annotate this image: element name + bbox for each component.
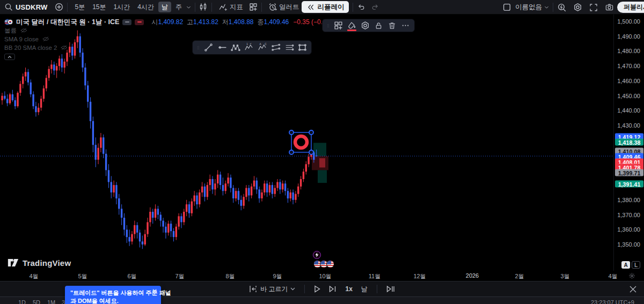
replay-play-button[interactable] (310, 283, 324, 295)
ohlc-item: 시1,409.82 (151, 18, 183, 27)
symbol-title[interactable]: 미국 달러 / 대한민국 원 · 1날 · ICE (16, 18, 119, 27)
us-flag-event-icon[interactable] (326, 260, 334, 268)
market-status-badge[interactable] (122, 19, 131, 25)
replay-jump-to-end-button[interactable] (383, 283, 399, 295)
toast-close-icon[interactable]: ✕ (152, 288, 157, 294)
interval-button-15분[interactable]: 15분 (89, 2, 109, 12)
indicators-icon (218, 3, 228, 11)
toast-text-line2: 과 DOM을 여세요. (70, 297, 156, 304)
settings-gear-icon[interactable] (573, 3, 582, 12)
replay-close-icon[interactable] (628, 284, 638, 294)
auto-scale-button[interactable]: A (621, 261, 630, 269)
price-scale[interactable]: 1,500.001,490.001,480.001,470.001,460.00… (613, 14, 644, 271)
interval-button-주[interactable]: 주 (172, 2, 185, 12)
time-tick: 7월 (175, 272, 184, 280)
time-tick: 9월 (273, 272, 282, 280)
time-tick: 8월 (225, 272, 235, 280)
time-tick: 5월 (78, 272, 87, 280)
redo-icon[interactable] (371, 3, 379, 11)
eye-off-icon[interactable] (60, 45, 68, 51)
compare-add-icon[interactable] (55, 3, 63, 11)
price-tick: 1,430.00 (617, 122, 640, 129)
replay-speed-button[interactable]: 1x (341, 283, 356, 295)
chart-type-candles-icon[interactable] (199, 3, 208, 11)
delayed-data-badge[interactable] (135, 19, 144, 25)
interval-group: 5분15분1시간4시간날주 (71, 2, 185, 12)
interval-button-4시간[interactable]: 4시간 (134, 2, 157, 12)
range-button-1M[interactable]: 1M (47, 299, 55, 304)
drawing-context-toolbar[interactable] (322, 19, 415, 32)
svg-text:A: A (259, 43, 261, 46)
event-lightning-icon[interactable] (313, 251, 321, 259)
layout-icon[interactable] (502, 3, 511, 12)
camera-snapshot-icon[interactable] (605, 3, 614, 11)
price-tick: 1,450.00 (617, 93, 640, 99)
price-tick: 1,460.00 (617, 78, 640, 84)
layout-name[interactable]: 이름없음 (515, 3, 542, 12)
tradingview-watermark[interactable]: TradingView (8, 258, 71, 268)
template-grid-tool-icon[interactable] (332, 19, 345, 32)
tradingview-window: USDKRW 5분15분1시간4시간날주 지표 얼러트 리플레이 이름없음 (0, 0, 644, 304)
abc-pattern-tool-icon[interactable]: AC (255, 41, 269, 54)
scale-settings-gear-icon[interactable] (628, 272, 635, 279)
interval-button-1시간[interactable]: 1시간 (111, 2, 134, 12)
replay-button-active[interactable]: 리플레이 (302, 1, 349, 13)
time-tick: 11월 (369, 272, 380, 280)
parallel-channel-tool-icon[interactable] (282, 41, 296, 54)
settings-tool-icon[interactable] (358, 19, 372, 32)
symbol-search-button[interactable]: USDKRW (16, 3, 47, 11)
interval-button-날[interactable]: 날 (158, 2, 171, 12)
svg-text:5: 5 (250, 43, 251, 45)
favorite-drawings-toolbar[interactable]: 15AC (192, 40, 312, 55)
xabcd-pattern-tool-icon[interactable] (229, 41, 242, 54)
indicator-templates-icon[interactable] (249, 3, 258, 11)
chevron-down-icon[interactable] (186, 5, 191, 10)
separator (553, 3, 553, 12)
quick-search-icon[interactable] (557, 3, 566, 12)
time-tick: 12월 (413, 272, 426, 280)
separator (211, 3, 212, 12)
horizontal-ray-tool-icon[interactable] (215, 41, 229, 54)
fullscreen-icon[interactable] (589, 3, 598, 12)
select-bar-icon (249, 285, 258, 293)
drag-handle-icon[interactable] (196, 44, 200, 51)
eye-off-icon[interactable] (20, 27, 28, 34)
publish-button[interactable]: 퍼블리시 (617, 2, 644, 13)
drag-handle-icon[interactable] (326, 22, 330, 29)
time-tick: 10월 (319, 272, 331, 280)
legend-collapse-button[interactable] (4, 54, 15, 60)
chevron-down-icon[interactable] (544, 5, 549, 10)
clock-label[interactable]: 23:23:07 UTC+9 (591, 299, 634, 304)
chevron-down-icon (290, 287, 295, 291)
search-icon[interactable] (4, 3, 13, 11)
indicator-row[interactable]: 볼륨 (4, 26, 338, 35)
price-label-badge: 1,399.71 (615, 169, 643, 176)
indicators-button[interactable]: 지표 (216, 1, 246, 13)
trend-line-tool-icon[interactable] (202, 41, 215, 54)
separator (261, 3, 262, 12)
range-button-1D[interactable]: 1D (18, 299, 26, 304)
alert-label: 얼러트 (279, 3, 299, 12)
undo-icon[interactable] (357, 3, 365, 11)
replay-label: 리플레이 (317, 3, 344, 12)
alert-button[interactable]: 얼러트 (266, 1, 302, 13)
eye-off-icon[interactable] (42, 36, 50, 43)
trash-tool-icon[interactable] (385, 19, 399, 32)
select-bar-button[interactable]: 바 고르기 (245, 283, 299, 295)
range-button-5D[interactable]: 5D (33, 299, 40, 304)
rectangle-tool-icon[interactable] (296, 41, 309, 54)
log-scale-button[interactable]: L (632, 261, 640, 269)
elliott-wave-tool-icon[interactable]: 15 (242, 41, 255, 54)
price-label-badge: 1,391.41 (615, 181, 643, 188)
interval-button-5분[interactable]: 5분 (71, 2, 88, 12)
lock-tool-icon[interactable] (372, 19, 385, 32)
price-tick: 1,350.00 (617, 241, 640, 248)
more-tool-icon[interactable] (399, 19, 412, 32)
price-tick: 1,360.00 (617, 226, 640, 233)
time-axis[interactable]: 4월5월6월7월8월9월10월11월12월20262월3월4월 (0, 271, 644, 281)
paint-bucket-tool-icon[interactable] (345, 19, 358, 32)
replay-interval-button[interactable]: 날 (357, 283, 371, 295)
toast-text-line1: "트레이드" 버튼을 사용하여 주문 패널 (70, 289, 156, 297)
disjoint-channel-tool-icon[interactable] (269, 41, 282, 54)
replay-step-forward-button[interactable] (325, 283, 340, 295)
